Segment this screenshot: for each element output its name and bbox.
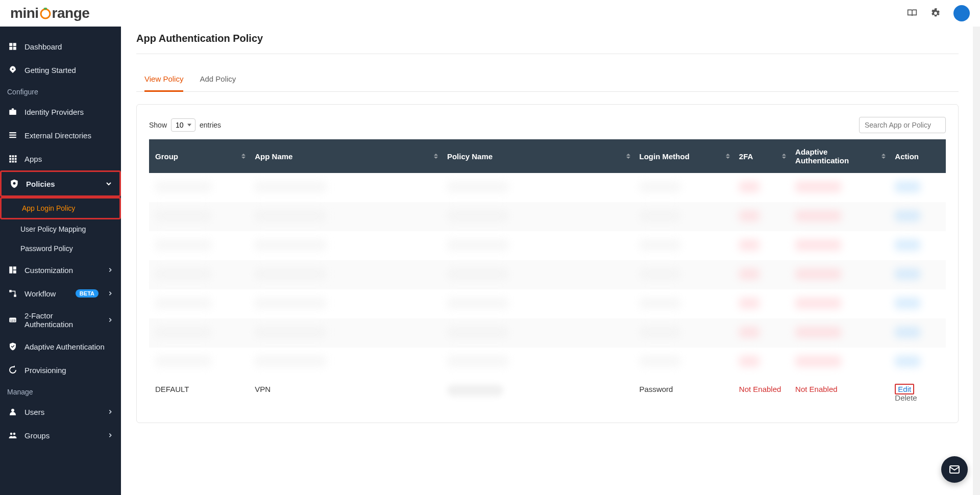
entries-control: Show 10 entries (149, 118, 221, 132)
table-row (149, 231, 946, 260)
beta-badge: BETA (76, 289, 99, 298)
sidebar-item-label: Users (24, 408, 101, 416)
sidebar-subitem-user-policy-mapping[interactable]: User Policy Mapping (0, 219, 121, 239)
sidebar-item-groups[interactable]: Groups (0, 424, 121, 447)
svg-rect-16 (12, 161, 14, 163)
sidebar-item-workflow[interactable]: Workflow BETA (0, 282, 121, 305)
sidebar-subitem-password-policy[interactable]: Password Policy (0, 239, 121, 258)
svg-rect-14 (15, 158, 17, 160)
svg-rect-21 (13, 270, 16, 274)
delete-link[interactable]: Delete (895, 393, 917, 402)
sidebar-item-policies[interactable]: Policies (0, 170, 121, 197)
svg-rect-12 (9, 158, 11, 160)
logo-text-pre: mini (10, 5, 39, 21)
svg-rect-13 (12, 158, 14, 160)
tab-add-policy[interactable]: Add Policy (200, 68, 236, 91)
svg-rect-6 (9, 132, 16, 133)
search-input[interactable] (859, 117, 946, 133)
sidebar-subitem-label: App Login Policy (22, 204, 75, 212)
entries-show-label: Show (149, 121, 167, 129)
entries-suffix: entries (200, 121, 221, 129)
sidebar: Dashboard Getting Started Configure Iden… (0, 27, 121, 495)
rocket-icon (7, 64, 18, 76)
svg-rect-8 (9, 137, 16, 138)
sidebar-item-identity-providers[interactable]: Identity Providers (0, 100, 121, 123)
sidebar-item-label: Adaptive Authentication (24, 342, 114, 351)
sidebar-item-external-directories[interactable]: External Directories (0, 123, 121, 147)
cell-group: DEFAULT (149, 377, 249, 410)
chevron-right-icon (107, 316, 114, 324)
svg-rect-7 (9, 135, 16, 136)
policy-tabs: View Policy Add Policy (136, 68, 959, 92)
sidebar-item-label: Provisioning (24, 366, 114, 375)
table-row (149, 202, 946, 231)
workflow-icon (7, 288, 18, 299)
brand-logo: minirange (10, 5, 89, 21)
svg-rect-9 (9, 155, 11, 157)
logo-text-post: range (52, 5, 90, 21)
svg-rect-11 (15, 155, 17, 157)
svg-point-26 (11, 409, 14, 412)
sidebar-item-2fa[interactable]: 123 2-Factor Authentication (0, 305, 121, 335)
svg-rect-22 (9, 290, 12, 292)
sidebar-subitem-label: User Policy Mapping (20, 225, 86, 233)
shield-icon (9, 178, 20, 189)
user-avatar[interactable] (953, 5, 970, 21)
gear-icon[interactable] (930, 8, 941, 19)
sidebar-item-label: External Directories (24, 131, 114, 140)
sidebar-item-label: Getting Started (24, 66, 114, 75)
sidebar-item-adaptive-auth[interactable]: Adaptive Authentication (0, 335, 121, 358)
sidebar-item-users[interactable]: Users (0, 400, 121, 424)
chat-fab[interactable] (941, 456, 968, 483)
chevron-right-icon (107, 408, 114, 415)
docs-icon[interactable] (906, 8, 918, 19)
svg-point-0 (41, 9, 50, 18)
app-header: minirange (0, 0, 980, 27)
col-policy-name[interactable]: Policy Name (441, 139, 633, 173)
sidebar-item-apps[interactable]: Apps (0, 147, 121, 170)
sidebar-item-getting-started[interactable]: Getting Started (0, 58, 121, 82)
vertical-scrollbar[interactable] (973, 27, 980, 495)
sidebar-item-label: Customization (24, 266, 101, 275)
sidebar-item-dashboard[interactable]: Dashboard (0, 35, 121, 58)
cell-action: Edit Delete (889, 377, 946, 410)
svg-rect-10 (12, 155, 14, 157)
logo-orange-icon (39, 7, 52, 20)
table-row: DEFAULT VPN Password Not Enabled Not Ena… (149, 377, 946, 410)
svg-rect-15 (9, 161, 11, 163)
sidebar-section-manage: Manage (0, 382, 121, 400)
sidebar-subitem-app-login-policy[interactable]: App Login Policy (0, 197, 121, 219)
entries-select[interactable]: 10 (171, 118, 195, 132)
col-group[interactable]: Group (149, 139, 249, 173)
sidebar-subitem-label: Password Policy (20, 244, 73, 253)
cell-login-method: Password (633, 377, 733, 410)
col-adaptive[interactable]: Adaptive Authentication (789, 139, 889, 173)
edit-link[interactable]: Edit (895, 384, 914, 394)
cell-policy-name (441, 377, 633, 410)
sidebar-item-label: Groups (24, 431, 101, 440)
sidebar-item-label: Policies (26, 180, 99, 188)
table-toolbar: Show 10 entries (149, 117, 946, 133)
svg-rect-19 (9, 266, 12, 274)
svg-rect-17 (15, 161, 17, 163)
sidebar-item-provisioning[interactable]: Provisioning (0, 358, 121, 382)
main-content: App Authentication Policy View Policy Ad… (121, 27, 980, 495)
svg-rect-23 (14, 294, 16, 297)
svg-point-28 (13, 433, 16, 435)
col-app-name[interactable]: App Name (249, 139, 441, 173)
svg-rect-1 (9, 43, 12, 46)
people-icon (7, 430, 18, 441)
dashboard-icon (7, 41, 18, 52)
table-row (149, 173, 946, 202)
key-icon: 123 (7, 314, 18, 326)
sidebar-item-label: Workflow (24, 289, 69, 298)
briefcase-icon (7, 106, 18, 117)
policy-table-card: Show 10 entries Group App Name Po (136, 104, 959, 423)
cell-app-name: VPN (249, 377, 441, 410)
sidebar-item-customization[interactable]: Customization (0, 258, 121, 282)
svg-rect-5 (9, 110, 16, 115)
chevron-right-icon (107, 266, 114, 274)
col-2fa[interactable]: 2FA (733, 139, 789, 173)
tab-view-policy[interactable]: View Policy (144, 68, 183, 92)
col-login-method[interactable]: Login Method (633, 139, 733, 173)
